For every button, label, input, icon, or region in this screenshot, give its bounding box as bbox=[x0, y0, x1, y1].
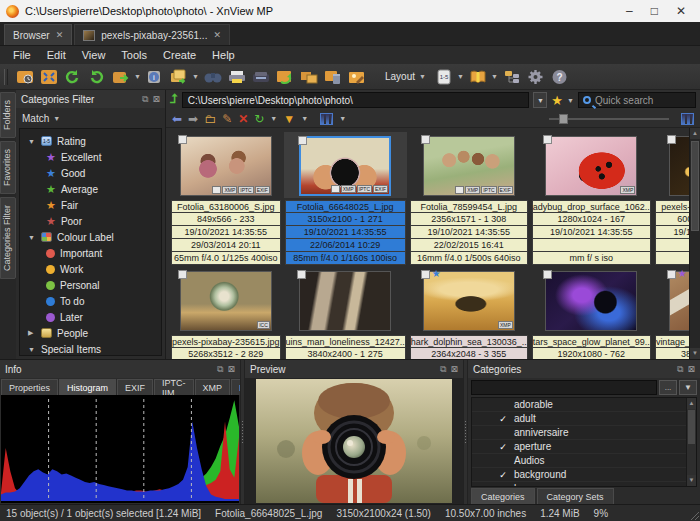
rotate-left-icon[interactable] bbox=[62, 67, 83, 86]
float-panel-icon[interactable]: ⧉ bbox=[677, 364, 683, 375]
favorites-dropdown-icon[interactable]: ▼ bbox=[567, 97, 574, 104]
photo-thumbnail[interactable] bbox=[545, 271, 637, 331]
thumbnail-checkbox[interactable] bbox=[178, 270, 187, 279]
tree-item-special-items[interactable]: ▼Special Items bbox=[20, 341, 161, 356]
thumbnail-grid-icon[interactable] bbox=[681, 113, 694, 125]
photo-thumbnail[interactable]: ICC bbox=[180, 271, 272, 331]
photo-thumbnail[interactable]: ICC bbox=[669, 136, 689, 196]
category-checkbox[interactable]: ✓ bbox=[498, 470, 508, 480]
browse-book-icon[interactable] bbox=[467, 67, 488, 86]
float-panel-icon[interactable]: ⧉ bbox=[440, 364, 446, 375]
close-panel-icon[interactable]: ⊠ bbox=[152, 94, 160, 105]
back-icon[interactable]: ⬅ bbox=[172, 113, 182, 125]
thumbnail-checkbox[interactable] bbox=[421, 135, 430, 144]
thumbnail-checkbox[interactable] bbox=[178, 135, 187, 144]
menu-help[interactable]: Help bbox=[205, 48, 242, 62]
preview-image[interactable] bbox=[245, 378, 463, 504]
side-tab-categories-filter[interactable]: Categories Filter bbox=[0, 197, 16, 279]
thumbnail-cell[interactable]: ICC pexels-pixabay-235615.jpg5268x3512 -… bbox=[170, 267, 282, 359]
thumbnail-cell[interactable]: uins_man_loneliness_12427..3840x2400 - 1… bbox=[284, 267, 407, 359]
resize-grip[interactable] bbox=[689, 510, 699, 520]
close-panel-icon[interactable]: ⊠ bbox=[687, 364, 695, 375]
layout-preset-icon[interactable]: 1-5 bbox=[433, 67, 454, 86]
match-dropdown[interactable]: Match bbox=[22, 113, 49, 124]
view-mode-icon[interactable] bbox=[320, 113, 333, 125]
thumbnail-size-slider[interactable] bbox=[549, 118, 669, 120]
minimize-button[interactable]: – bbox=[626, 4, 633, 18]
filter-dropdown-icon[interactable]: ▼ bbox=[301, 115, 308, 122]
path-input[interactable]: C:\Users\pierre\Desktop\photo\photo\ bbox=[182, 92, 530, 108]
scan-icon[interactable] bbox=[250, 67, 271, 86]
menu-tools[interactable]: Tools bbox=[114, 48, 154, 62]
close-panel-icon[interactable]: ⊠ bbox=[450, 364, 458, 375]
photo-thumbnail[interactable]: XMPIPTCEXIF bbox=[299, 136, 391, 196]
thumbnail-cell[interactable]: tars_space_glow_planet_99..1920x1080 - 7… bbox=[531, 267, 652, 359]
forward-icon[interactable]: ➡ bbox=[188, 113, 198, 125]
refresh-dropdown-icon[interactable]: ▼ bbox=[270, 115, 277, 122]
thumbnail-checkbox[interactable] bbox=[297, 270, 306, 279]
thumbnail-cell[interactable]: XMPIPTCEXIF Fotolia_78599454_L.jpg2356x1… bbox=[409, 132, 529, 265]
category-item[interactable]: adorable bbox=[472, 398, 686, 412]
fullscreen-icon[interactable] bbox=[38, 67, 59, 86]
delete-file-icon[interactable]: ✕ bbox=[238, 113, 248, 125]
tree-item-people[interactable]: ▶People bbox=[20, 325, 161, 341]
scrollbar-thumb[interactable] bbox=[688, 410, 695, 444]
thumbnail-cell[interactable]: XMP adybug_drop_surface_1062..1280x1024 … bbox=[531, 132, 652, 265]
slider-knob[interactable] bbox=[559, 114, 568, 124]
category-checkbox[interactable]: ✓ bbox=[498, 442, 508, 452]
thumbnail-cell[interactable]: ICC pexels-lilartsy-1213447.jpg6000x4000… bbox=[654, 132, 689, 265]
close-panel-icon[interactable]: ⊠ bbox=[227, 364, 235, 375]
thumbnail-checkbox[interactable] bbox=[298, 136, 307, 145]
category-item[interactable]: ✓adult bbox=[472, 412, 686, 426]
tab-browser[interactable]: Browser ✕ bbox=[4, 24, 72, 45]
scroll-up-icon[interactable]: ▲ bbox=[690, 128, 700, 139]
category-checkbox[interactable]: ✓ bbox=[498, 414, 508, 424]
match-dropdown-icon[interactable]: ▼ bbox=[53, 115, 60, 122]
thumbnail-checkbox[interactable] bbox=[543, 135, 552, 144]
thumbnail-checkbox[interactable] bbox=[667, 270, 676, 279]
tree-item-todo[interactable]: To do bbox=[20, 293, 161, 309]
tree-item-poor[interactable]: ★Poor bbox=[20, 213, 161, 229]
tab-close-icon[interactable]: ✕ bbox=[56, 30, 64, 40]
tree-item-important[interactable]: Important bbox=[20, 245, 161, 261]
menu-view[interactable]: View bbox=[75, 48, 113, 62]
menu-edit[interactable]: Edit bbox=[40, 48, 73, 62]
view-mode-dropdown-icon[interactable]: ▼ bbox=[339, 115, 346, 122]
thumbnail-cell-selected[interactable]: XMPIPTCEXIF Fotolia_66648025_L.jpg3150x2… bbox=[284, 132, 407, 265]
photo-thumbnail[interactable]: XMP bbox=[545, 136, 637, 196]
photo-thumbnail[interactable]: ★ XMP bbox=[669, 271, 689, 331]
file-info-icon[interactable]: i bbox=[144, 67, 165, 86]
convert-icon[interactable] bbox=[110, 67, 131, 86]
category-dropdown-icon[interactable]: ▼ bbox=[679, 380, 697, 395]
category-item[interactable]: ✓background bbox=[472, 468, 686, 482]
tab-properties[interactable]: Properties bbox=[1, 379, 58, 395]
help-icon[interactable]: ? bbox=[549, 67, 570, 86]
thumbnail-scrollbar[interactable]: ▲ ▼ bbox=[689, 128, 700, 359]
refresh-icon[interactable]: ↻ bbox=[254, 113, 264, 125]
slideshow-icon[interactable] bbox=[274, 67, 295, 86]
tab-close-icon[interactable]: ✕ bbox=[213, 30, 221, 40]
maximize-button[interactable]: □ bbox=[651, 4, 658, 18]
category-item[interactable]: Audios bbox=[472, 454, 686, 468]
close-button[interactable]: ✕ bbox=[676, 4, 686, 18]
layout-preset-dropdown-icon[interactable]: ▼ bbox=[457, 73, 464, 80]
menu-create[interactable]: Create bbox=[156, 48, 203, 62]
tab-image[interactable]: pexels-pixabay-23561... ✕ bbox=[74, 24, 230, 45]
search-binoculars-icon[interactable] bbox=[202, 67, 223, 86]
convert-dropdown-icon[interactable]: ▼ bbox=[134, 73, 141, 80]
scroll-up-icon[interactable]: ▲ bbox=[687, 398, 696, 409]
toolbar-grip[interactable] bbox=[4, 69, 8, 85]
tab-xmp[interactable]: XMP bbox=[195, 379, 231, 395]
thumbnail-checkbox[interactable] bbox=[667, 135, 676, 144]
workspace-icon[interactable] bbox=[501, 67, 522, 86]
delete-icon[interactable] bbox=[322, 67, 343, 86]
tree-item-colour-label[interactable]: ▼Colour Label bbox=[20, 229, 161, 245]
photo-thumbnail[interactable] bbox=[299, 271, 391, 331]
thumbnail-cell[interactable]: XMPIPTCEXIF Fotolia_63180006_S.jpg849x56… bbox=[170, 132, 282, 265]
thumbnail-cell[interactable]: ★ XMP hark_dolphin_sea_130036_..2364x204… bbox=[409, 267, 529, 359]
category-scrollbar[interactable]: ▲ ▼ bbox=[686, 398, 696, 486]
folder-up-icon[interactable]: ⮥ bbox=[170, 91, 178, 107]
category-filter-input[interactable] bbox=[471, 380, 657, 395]
path-dropdown-icon[interactable]: ▼ bbox=[533, 92, 547, 108]
browse-book-dropdown-icon[interactable]: ▼ bbox=[491, 73, 498, 80]
